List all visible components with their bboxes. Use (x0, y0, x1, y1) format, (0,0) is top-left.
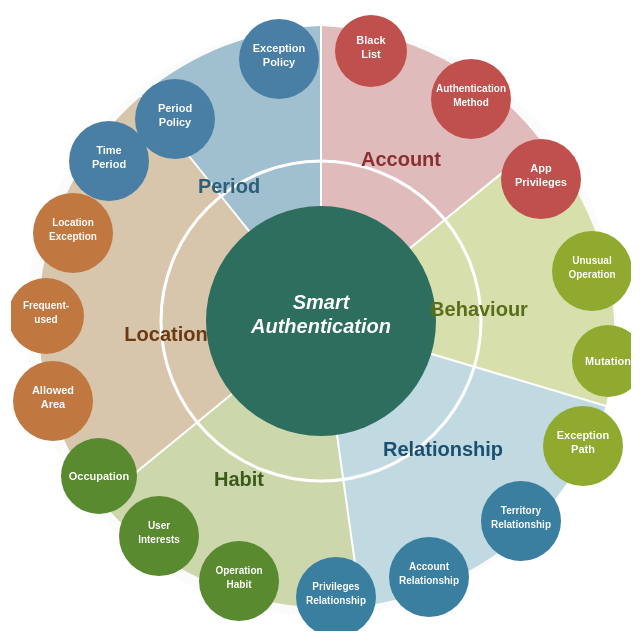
mutation-label: Mutation (585, 355, 631, 367)
behaviour-section-label: Behaviour (430, 298, 528, 320)
occupation-label: Occupation (69, 470, 130, 482)
exception-path-label: Exception (557, 429, 610, 441)
time-period-label: Time (96, 144, 121, 156)
auth-method-label2: Method (453, 97, 489, 108)
smart-authentication-diagram: Smart Authentication Period Account Beha… (11, 11, 631, 631)
relationship-section-label: Relationship (383, 438, 503, 460)
black-list-label2: List (361, 48, 381, 60)
loc-exception-label2: Exception (49, 231, 97, 242)
location-section-label: Location (124, 323, 207, 345)
app-privileges-label: App (530, 162, 552, 174)
center-label-line1: Smart (293, 291, 351, 313)
priv-rel-label2: Relationship (306, 595, 366, 606)
allowed-area-label: Allowed (32, 384, 74, 396)
user-interests-label: User (148, 520, 170, 531)
exception-policy-label2: Policy (263, 56, 296, 68)
territory-rel-label: Territory (501, 505, 542, 516)
frequent-used-label: Frequent- (23, 300, 69, 311)
user-interests-label2: Interests (138, 534, 180, 545)
app-privileges-label2: Privileges (515, 176, 567, 188)
center-label-line2: Authentication (250, 315, 391, 337)
account-rel-label2: Relationship (399, 575, 459, 586)
allowed-area-label2: Area (41, 398, 66, 410)
frequent-used-label2: used (34, 314, 57, 325)
habit-section-label: Habit (214, 468, 264, 490)
black-list-label: Black (356, 34, 386, 46)
priv-rel-label: Privileges (312, 581, 360, 592)
op-habit-label2: Habit (227, 579, 253, 590)
op-habit-label: Operation (215, 565, 262, 576)
time-period-label2: Period (92, 158, 126, 170)
account-section-label: Account (361, 148, 441, 170)
period-section-label: Period (198, 175, 260, 197)
unusual-op-label2: Operation (568, 269, 615, 280)
loc-exception-label: Location (52, 217, 94, 228)
account-rel-label: Account (409, 561, 450, 572)
auth-method-label: Authentication (436, 83, 506, 94)
period-policy-label: Period (158, 102, 192, 114)
exception-policy-label: Exception (253, 42, 306, 54)
unusual-op-label: Unusual (572, 255, 612, 266)
period-policy-label2: Policy (159, 116, 192, 128)
exception-path-label2: Path (571, 443, 595, 455)
territory-rel-label2: Relationship (491, 519, 551, 530)
